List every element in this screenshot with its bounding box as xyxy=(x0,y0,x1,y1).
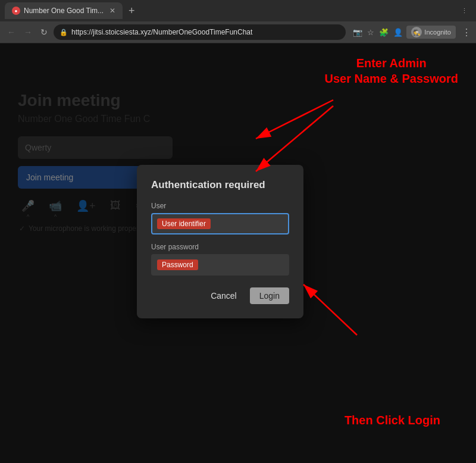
password-label: User password xyxy=(151,243,289,251)
svg-line-3 xyxy=(303,284,357,335)
incognito-label: Incognito xyxy=(424,29,451,36)
dialog-actions: Cancel Login xyxy=(151,287,289,304)
cancel-button[interactable]: Cancel xyxy=(203,287,244,304)
profile-icon[interactable]: 👤 xyxy=(393,28,403,37)
login-button[interactable]: Login xyxy=(250,287,289,304)
password-input[interactable] xyxy=(151,254,289,276)
password-input-wrapper: Password xyxy=(151,254,289,276)
lock-icon: 🔒 xyxy=(60,29,68,36)
auth-dialog-title: Authentication required xyxy=(151,179,289,191)
svg-line-2 xyxy=(256,106,333,171)
incognito-icon: 🕵 xyxy=(411,27,422,37)
refresh-button[interactable]: ↻ xyxy=(38,26,50,38)
window-menu-button[interactable]: ⋮ xyxy=(458,6,471,16)
active-tab[interactable]: ● Number One Good Tim... ✕ xyxy=(5,2,123,19)
password-form-group: User password Password xyxy=(151,243,289,276)
svg-line-1 xyxy=(256,100,333,139)
camera-icon: 📷 xyxy=(353,28,362,37)
modal-overlay: Authentication required User User identi… xyxy=(0,43,476,463)
forward-button[interactable]: → xyxy=(21,26,35,38)
tab-favicon: ● xyxy=(12,7,20,15)
page-content: Join meeting Number One Good Time Fun C … xyxy=(0,43,476,463)
url-text: https://jitsi.stoicsiesta.xyz/NumberOneG… xyxy=(71,28,252,36)
user-label: User xyxy=(151,202,289,210)
user-identifier-input[interactable] xyxy=(151,213,289,234)
browser-chrome: ● Number One Good Tim... ✕ + ⋮ ← → ↻ 🔒 h… xyxy=(0,0,476,43)
auth-dialog: Authentication required User User identi… xyxy=(137,165,303,318)
tab-bar: ● Number One Good Tim... ✕ + ⋮ xyxy=(0,0,476,21)
tab-close-button[interactable]: ✕ xyxy=(109,7,115,15)
extension-icon[interactable]: 🧩 xyxy=(379,28,389,37)
incognito-badge: 🕵 Incognito xyxy=(406,26,456,39)
new-tab-button[interactable]: + xyxy=(125,5,139,17)
tab-title: Number One Good Tim... xyxy=(24,7,104,15)
address-bar: ← → ↻ 🔒 https://jitsi.stoicsiesta.xyz/Nu… xyxy=(0,21,476,43)
annotation-text-admin: Enter Admin User Name & Password xyxy=(324,55,458,86)
user-input-wrapper: User identifier xyxy=(151,213,289,234)
browser-menu-button[interactable]: ⋮ xyxy=(462,27,471,38)
url-bar[interactable]: 🔒 https://jitsi.stoicsiesta.xyz/NumberOn… xyxy=(54,24,346,40)
back-button[interactable]: ← xyxy=(5,26,18,38)
user-form-group: User User identifier xyxy=(151,202,289,234)
browser-toolbar-icons: 📷 ☆ 🧩 👤 xyxy=(353,28,403,37)
window-controls: ⋮ xyxy=(458,6,471,16)
star-icon[interactable]: ☆ xyxy=(367,28,374,37)
annotation-text-login: Then Click Login xyxy=(345,412,440,428)
